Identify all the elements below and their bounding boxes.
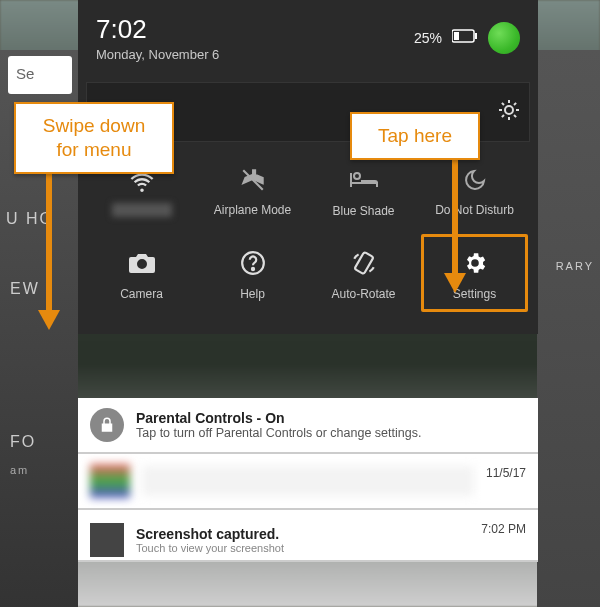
notification-screenshot[interactable]: Screenshot captured. Touch to view your … (78, 510, 538, 562)
callout-tap-here: Tap here (350, 112, 480, 160)
brightness-icon (497, 98, 521, 126)
status-left: 7:02 Monday, November 6 (96, 14, 219, 62)
rotate-icon (348, 247, 380, 279)
callout-text: Swipe down for menu (43, 115, 145, 160)
notification-text: Touch to view your screenshot (136, 542, 469, 554)
help-tile[interactable]: Help (199, 234, 306, 312)
bg-text: FO (10, 433, 36, 451)
svg-line-10 (502, 115, 504, 117)
notification-body: Screenshot captured. Touch to view your … (136, 526, 469, 554)
battery-icon (452, 29, 478, 47)
blue-shade-tile[interactable]: Blue Shade (310, 154, 417, 226)
svg-line-9 (514, 115, 516, 117)
svg-marker-18 (38, 310, 60, 330)
camera-icon (126, 247, 158, 279)
notification-body: Parental Controls - On Tap to turn off P… (136, 410, 526, 440)
notification-time: 7:02 PM (481, 522, 526, 536)
callout-text: Tap here (378, 125, 452, 146)
background-right-strip: RARY (537, 50, 600, 607)
settings-tile[interactable]: Settings (421, 234, 528, 312)
camera-label: Camera (120, 287, 163, 301)
battery-percent: 25% (414, 30, 442, 46)
status-bar: 7:02 Monday, November 6 25% (78, 0, 538, 78)
auto-rotate-tile[interactable]: Auto-Rotate (310, 234, 417, 312)
notification-parental-controls[interactable]: Parental Controls - On Tap to turn off P… (78, 398, 538, 454)
svg-point-13 (139, 261, 145, 267)
svg-rect-2 (475, 33, 477, 39)
search-text: Se (16, 65, 34, 82)
svg-line-8 (502, 103, 504, 105)
arrow-down-tap (440, 150, 470, 295)
bg-text: am (10, 464, 29, 476)
clock-date: Monday, November 6 (96, 47, 219, 62)
bg-text: RARY (556, 260, 594, 272)
svg-point-15 (251, 268, 253, 270)
airplane-icon (237, 164, 269, 196)
help-label: Help (240, 287, 265, 301)
notification-text: Tap to turn off Parental Controls or cha… (136, 426, 526, 440)
camera-tile[interactable]: Camera (88, 234, 195, 312)
svg-point-3 (505, 106, 513, 114)
arrow-down-swipe (34, 162, 64, 332)
notification-time: 11/5/17 (486, 466, 526, 480)
screenshot-thumbnail (90, 523, 124, 557)
auto-rotate-label: Auto-Rotate (331, 287, 395, 301)
bed-icon (348, 164, 380, 196)
status-right: 25% (414, 22, 520, 54)
notification-redacted[interactable]: 11/5/17 (78, 454, 538, 510)
blue-shade-label: Blue Shade (332, 204, 394, 218)
app-icon (90, 464, 130, 498)
notification-title: Parental Controls - On (136, 410, 526, 426)
notification-body (142, 466, 474, 496)
svg-rect-1 (454, 32, 459, 40)
clock-time: 7:02 (96, 14, 219, 45)
wifi-ssid-label (112, 203, 172, 217)
svg-line-11 (514, 103, 516, 105)
airplane-label: Airplane Mode (214, 204, 291, 217)
background-search-box: Se (8, 56, 72, 94)
lock-icon (90, 408, 124, 442)
svg-marker-20 (444, 273, 466, 293)
do-not-disturb-tile[interactable]: Do Not Disturb (421, 154, 528, 226)
help-icon (237, 247, 269, 279)
profile-avatar[interactable] (488, 22, 520, 54)
notification-list: Parental Controls - On Tap to turn off P… (78, 398, 538, 562)
callout-swipe-down: Swipe down for menu (14, 102, 174, 174)
notification-title: Screenshot captured. (136, 526, 469, 542)
airplane-mode-tile[interactable]: Airplane Mode (199, 154, 306, 226)
